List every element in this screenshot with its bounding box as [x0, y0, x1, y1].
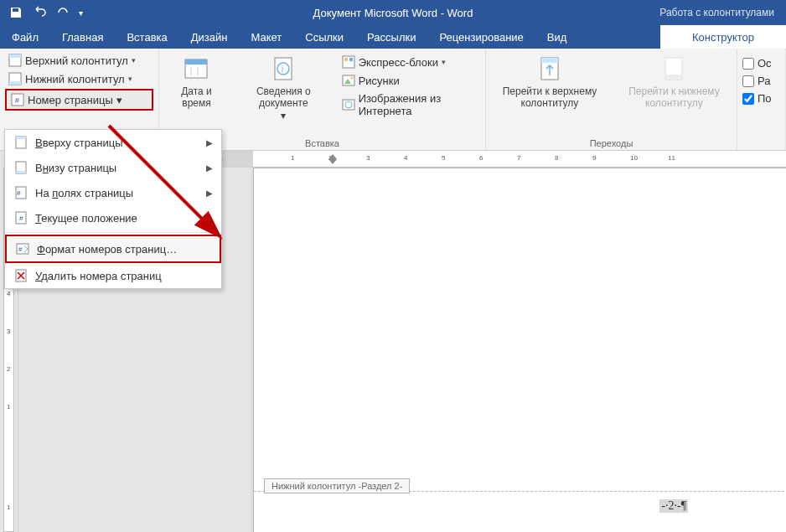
- svg-rect-22: [541, 58, 558, 63]
- page-margins-icon: #: [13, 185, 28, 200]
- tab-review[interactable]: Рецензирование: [427, 25, 535, 49]
- svg-rect-7: [185, 59, 207, 65]
- format-number-icon: #: [15, 241, 30, 256]
- svg-text:i: i: [282, 65, 283, 74]
- quick-parts-icon: [342, 55, 355, 69]
- undo-icon[interactable]: [32, 5, 47, 20]
- page-number-submenu: Вверху страницы ▶ Внизу страницы ▶ # На …: [4, 129, 222, 289]
- tab-design[interactable]: Дизайн: [179, 25, 240, 49]
- tab-references[interactable]: Ссылки: [293, 25, 355, 49]
- goto-header-label: Перейти к верхнему колонтитулу: [496, 85, 603, 110]
- ruler-tick: 7: [517, 154, 520, 162]
- option-show-doc-text[interactable]: По: [742, 90, 780, 106]
- page-bottom-icon: [13, 160, 28, 175]
- tab-file[interactable]: Файл: [0, 25, 50, 49]
- date-time-button[interactable]: Дата и время: [164, 52, 229, 113]
- tab-insert[interactable]: Вставка: [115, 25, 178, 49]
- goto-header-button[interactable]: Перейти к верхнему колонтитулу: [491, 52, 608, 113]
- page-number-dropdown[interactable]: # Номер страницы ▾: [5, 89, 153, 111]
- page[interactable]: Нижний колонтитул -Раздел 2- -·2·-¶ ¶: [253, 168, 786, 532]
- qat-customize-icon[interactable]: ▾: [79, 8, 83, 18]
- online-pictures-button[interactable]: Изображения из Интернета: [339, 90, 480, 119]
- chevron-right-icon: ▶: [206, 138, 213, 147]
- ruler-tick: 1: [291, 154, 294, 162]
- svg-text:#: #: [17, 189, 21, 197]
- online-pictures-label: Изображения из Интернета: [359, 92, 477, 117]
- submenu-label: Формат номеров страниц…: [37, 243, 177, 256]
- chevron-right-icon: ▶: [206, 214, 213, 223]
- footer-dropdown[interactable]: Нижний колонтитул ▾: [5, 70, 153, 87]
- redo-icon[interactable]: [55, 5, 70, 20]
- svg-rect-28: [16, 171, 26, 173]
- option-special-first[interactable]: Ос: [742, 55, 780, 71]
- ruler-tick: 6: [479, 154, 483, 162]
- online-pictures-icon: [342, 98, 355, 111]
- window-title: Документ Microsoft Word - Word: [313, 7, 473, 19]
- footer-icon: [8, 72, 22, 85]
- ribbon-group-options: Ос Ра По: [737, 49, 786, 150]
- svg-rect-14: [344, 58, 348, 61]
- ruler-tick: 11: [668, 154, 675, 162]
- ruler-tick: 1: [7, 504, 10, 511]
- submenu-remove-page-numbers[interactable]: Удалить номера страниц: [5, 263, 221, 288]
- tab-layout[interactable]: Макет: [239, 25, 293, 49]
- page-number-icon: #: [11, 93, 24, 106]
- option-diff-odd-even[interactable]: Ра: [742, 73, 780, 89]
- ruler-tick: 9: [592, 154, 596, 162]
- submenu-label: На полях страницы: [35, 187, 133, 199]
- ruler-tick: 10: [630, 154, 638, 162]
- pictures-button[interactable]: Рисунки: [339, 72, 480, 89]
- page-top-icon: [13, 135, 28, 150]
- ruler-tick: 3: [7, 328, 10, 335]
- footer-label: Нижний колонтитул: [25, 73, 125, 85]
- goto-footer-icon: [660, 55, 687, 82]
- ruler-tick: 1: [7, 403, 10, 411]
- submenu-page-margins[interactable]: # На полях страницы ▶: [5, 180, 221, 205]
- goto-footer-button: Перейти к нижнему колонтитулу: [617, 52, 732, 113]
- checkbox-icon[interactable]: [742, 75, 754, 87]
- hanging-indent-marker[interactable]: [328, 159, 337, 164]
- tab-view[interactable]: Вид: [535, 25, 579, 49]
- checkbox-icon[interactable]: [742, 93, 754, 105]
- svg-rect-24: [665, 75, 682, 80]
- chevron-down-icon: ▾: [116, 94, 122, 106]
- checkbox-icon[interactable]: [742, 58, 754, 70]
- context-tab-title: Работа с колонтитулами: [648, 0, 786, 25]
- remove-number-icon: [13, 268, 28, 283]
- svg-rect-3: [9, 81, 21, 85]
- ribbon-tabs: Файл Главная Вставка Дизайн Макет Ссылки…: [0, 25, 786, 49]
- submenu-current-position[interactable]: # Текущее положение ▶: [5, 205, 221, 230]
- doc-info-icon: i: [270, 55, 297, 82]
- submenu-label: Текущее положение: [35, 212, 137, 225]
- date-time-label: Дата и время: [169, 85, 224, 110]
- chevron-right-icon: ▶: [206, 189, 213, 198]
- ruler-tick: 5: [442, 154, 445, 162]
- submenu-top-of-page[interactable]: Вверху страницы ▶: [5, 130, 221, 155]
- pictures-icon: [342, 74, 355, 87]
- title-bar: ▾ Документ Microsoft Word - Word Работа …: [0, 0, 786, 25]
- svg-text:#: #: [15, 96, 19, 105]
- tab-constructor[interactable]: Конструктор: [660, 25, 786, 49]
- tab-mailings[interactable]: Рассылки: [355, 25, 427, 49]
- tab-home[interactable]: Главная: [50, 25, 115, 49]
- chevron-right-icon: ▶: [206, 163, 213, 173]
- doc-info-button[interactable]: i Сведения о документе ▾: [232, 52, 335, 125]
- chevron-down-icon: ▾: [442, 58, 446, 66]
- svg-rect-1: [9, 54, 21, 58]
- ruler-tick: 4: [7, 290, 10, 297]
- quick-parts-button[interactable]: Экспресс-блоки ▾: [339, 54, 480, 70]
- goto-footer-label: Перейти к нижнему колонтитулу: [622, 85, 727, 110]
- page-number-field[interactable]: -·2·-¶: [659, 499, 688, 513]
- header-dropdown[interactable]: Верхний колонтитул ▾: [5, 52, 153, 69]
- save-icon[interactable]: [8, 5, 23, 20]
- svg-rect-26: [16, 137, 26, 139]
- ruler-tick: 8: [555, 154, 558, 162]
- ribbon-group-transitions: Перейти к верхнему колонтитулу Перейти к…: [486, 49, 737, 150]
- submenu-bottom-of-page[interactable]: Внизу страницы ▶: [5, 155, 221, 180]
- chevron-down-icon: ▾: [128, 75, 132, 83]
- ruler-tick: 4: [404, 154, 407, 162]
- submenu-label: Внизу страницы: [35, 162, 116, 174]
- submenu-format-page-numbers[interactable]: # Формат номеров страниц…: [5, 235, 221, 263]
- ruler-tick: 3: [366, 154, 370, 162]
- svg-rect-15: [349, 58, 353, 61]
